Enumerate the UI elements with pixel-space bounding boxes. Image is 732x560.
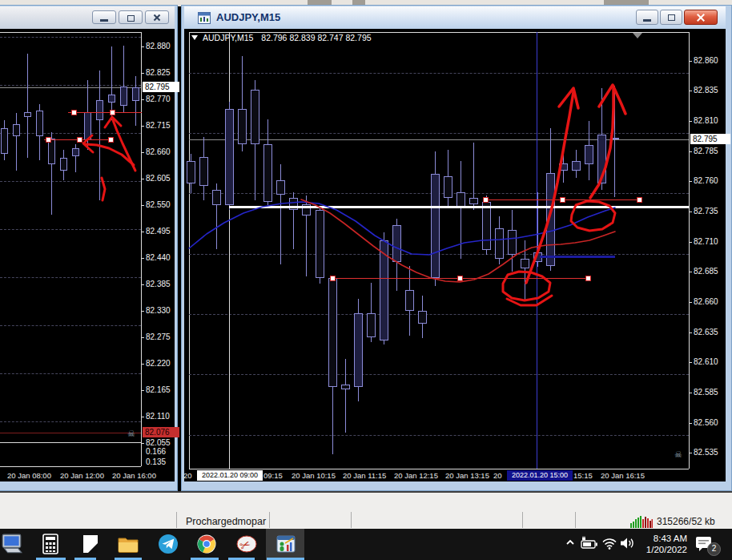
metatrader-icon[interactable] <box>276 534 296 554</box>
candle <box>132 87 139 101</box>
axis-tick <box>141 284 144 285</box>
time-axis-label: 20 Jan 13:15 <box>445 470 489 481</box>
trendline[interactable] <box>229 206 689 208</box>
axis-tick <box>689 121 692 122</box>
time-axis-label: 20 Jan 12:00 <box>60 470 104 481</box>
candle <box>495 228 504 259</box>
candle <box>559 163 568 171</box>
price-axis-label: 82.760 <box>694 176 718 186</box>
axis-tick <box>141 73 144 74</box>
trendline-handle[interactable] <box>77 137 82 143</box>
computer-icon[interactable] <box>1 533 23 555</box>
candle <box>251 90 259 144</box>
price-label-box: 82.795 <box>690 134 730 144</box>
notepad-icon[interactable] <box>80 534 101 554</box>
time-axis-label: 20 Jan 08:00 <box>7 470 51 481</box>
gridline <box>0 229 141 230</box>
axis-tick <box>689 393 692 393</box>
trendline-handle[interactable] <box>46 137 51 143</box>
time-axis-label: 20 Jan 10:15 <box>292 470 336 481</box>
axis-tick <box>141 258 144 259</box>
gridline <box>189 374 689 375</box>
battery-icon[interactable] <box>580 536 599 550</box>
trendline-handle[interactable] <box>637 197 642 203</box>
telegram-icon[interactable] <box>158 534 179 554</box>
trendline-handle[interactable] <box>108 137 114 143</box>
axis-tick <box>689 242 692 243</box>
axis-tick <box>689 61 692 62</box>
candle <box>120 87 127 106</box>
trendline-handle[interactable] <box>330 276 336 281</box>
chrome-icon[interactable] <box>196 534 217 554</box>
candle <box>316 210 324 278</box>
candle <box>187 161 195 183</box>
candle <box>469 198 478 204</box>
candle <box>108 95 115 103</box>
trendline[interactable] <box>68 112 142 113</box>
price-axis-label: 82.635 <box>694 328 718 337</box>
taskbar: ✂ <box>0 529 732 560</box>
trendline-handle[interactable] <box>71 110 77 115</box>
plot-border <box>0 442 141 443</box>
price-axis-label: 82.785 <box>694 147 718 156</box>
axis-tick <box>141 46 144 47</box>
candle-wick <box>525 240 525 300</box>
candle <box>482 202 491 250</box>
candle-wick <box>135 76 136 126</box>
trendline-handle[interactable] <box>585 276 591 281</box>
time-axis-label: 20 <box>183 470 192 481</box>
trendline-handle[interactable] <box>560 197 565 203</box>
subwindow-axis-label: 0.135 <box>146 457 166 467</box>
candle <box>444 176 452 198</box>
axis-tick <box>689 91 692 91</box>
candle <box>24 112 31 117</box>
axis-tick <box>141 443 144 444</box>
candle-wick <box>280 164 281 264</box>
snipping-tool-icon[interactable]: ✂ <box>235 534 258 554</box>
candle-wick <box>461 161 461 259</box>
time-axis-label: 20 Jan 16:15 <box>601 470 645 481</box>
candle <box>508 230 517 255</box>
gridline <box>0 37 141 38</box>
tray-chevron-icon[interactable] <box>565 538 576 547</box>
screen: AUDJPY,M15 82.88082.82582.77082.71582.66… <box>0 0 732 560</box>
axis-tick <box>689 453 692 453</box>
candle <box>328 278 337 387</box>
gridline <box>0 133 141 134</box>
price-axis-label: 82.835 <box>694 86 718 95</box>
calculator-icon[interactable] <box>40 534 61 554</box>
status-profile[interactable]: Prochargedmopar <box>186 514 266 529</box>
price-axis-label: 82.715 <box>146 121 171 131</box>
trendline-handle[interactable] <box>110 110 115 115</box>
trendline[interactable] <box>540 256 615 258</box>
candle <box>585 145 593 164</box>
chart-header-ohlc: 82.796 82.839 82.747 82.795 <box>261 33 371 42</box>
one-click-trading-arrow[interactable] <box>191 35 198 40</box>
price-axis-label: 82.585 <box>694 388 718 397</box>
chart-layer: 82.88082.82582.77082.71582.66082.60582.5… <box>0 0 732 560</box>
candle-wick <box>99 71 100 200</box>
trendline-handle[interactable] <box>483 197 489 203</box>
time-axis-label: 20 Jan 11:15 <box>343 470 386 481</box>
candle <box>238 109 247 144</box>
axis-tick <box>689 302 692 303</box>
vertical-line[interactable] <box>229 32 230 469</box>
price-axis-label: 82.110 <box>146 412 170 421</box>
candle <box>597 135 606 183</box>
price-axis-label: 82.880 <box>146 42 171 51</box>
speaker-icon[interactable] <box>619 536 635 550</box>
tray-clock[interactable]: 8:43 AM 1/20/2022 <box>637 533 687 555</box>
time-axis-label: 20 Jan 12:15 <box>394 470 438 481</box>
trendline-handle[interactable] <box>457 276 463 281</box>
candle <box>36 111 43 136</box>
axis-tick <box>141 337 144 338</box>
candle <box>72 148 79 156</box>
gridline <box>0 373 141 374</box>
status-divider <box>176 512 177 528</box>
axis-tick <box>689 332 692 333</box>
wifi-icon[interactable] <box>601 537 617 550</box>
plot-border <box>141 32 142 466</box>
file-explorer-icon[interactable] <box>117 534 139 554</box>
gridline <box>0 325 141 326</box>
price-axis-label: 82.550 <box>146 200 171 210</box>
